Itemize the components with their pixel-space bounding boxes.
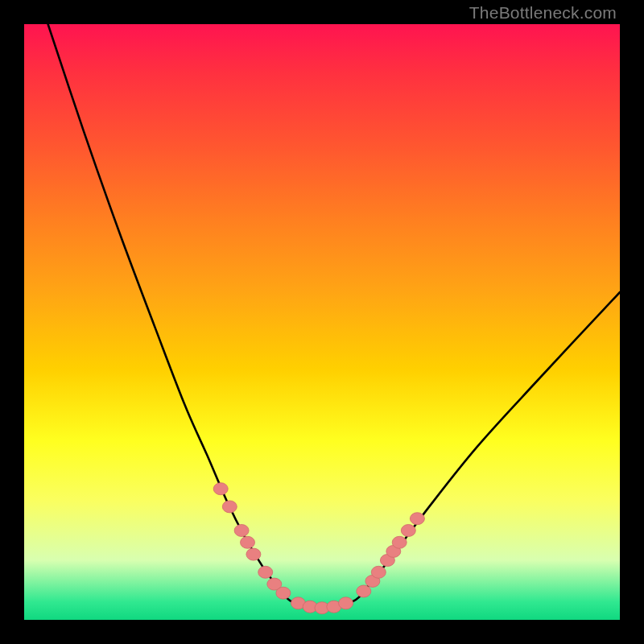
bead-marker bbox=[276, 587, 291, 599]
bead-marker bbox=[401, 525, 415, 537]
bead-marker bbox=[234, 525, 249, 537]
bead-marker bbox=[357, 585, 371, 597]
bead-marker bbox=[222, 501, 237, 513]
plot-area bbox=[24, 24, 620, 620]
chart-svg bbox=[24, 24, 620, 620]
bead-marker bbox=[410, 513, 424, 525]
watermark-text: TheBottleneck.com bbox=[469, 3, 617, 23]
bead-marker bbox=[213, 483, 228, 495]
chart-frame: TheBottleneck.com bbox=[0, 0, 644, 644]
bead-marker bbox=[371, 566, 386, 578]
bead-marker bbox=[258, 566, 273, 578]
bottleneck-curve bbox=[48, 24, 620, 608]
bead-marker bbox=[392, 536, 407, 548]
bead-marker bbox=[246, 548, 261, 560]
bead-group bbox=[213, 483, 424, 614]
bead-marker bbox=[241, 536, 255, 548]
bead-marker bbox=[339, 597, 353, 609]
